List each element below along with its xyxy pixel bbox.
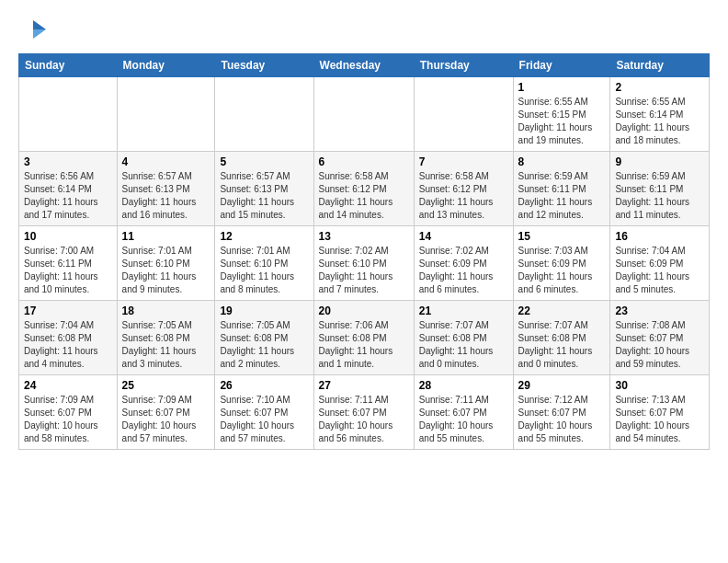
svg-marker-1 [33, 29, 46, 39]
day-info: Sunrise: 7:08 AM Sunset: 6:07 PM Dayligh… [615, 319, 704, 371]
weekday-monday: Monday [117, 54, 215, 77]
day-number: 28 [419, 379, 508, 392]
weekday-tuesday: Tuesday [215, 54, 313, 77]
day-number: 1 [518, 81, 606, 94]
calendar-cell: 11Sunrise: 7:01 AM Sunset: 6:10 PM Dayli… [117, 226, 215, 301]
day-info: Sunrise: 6:57 AM Sunset: 6:13 PM Dayligh… [220, 170, 308, 222]
day-number: 13 [319, 230, 409, 243]
day-info: Sunrise: 7:00 AM Sunset: 6:11 PM Dayligh… [24, 245, 112, 296]
calendar-cell: 23Sunrise: 7:08 AM Sunset: 6:07 PM Dayli… [610, 301, 710, 375]
day-info: Sunrise: 7:11 AM Sunset: 6:07 PM Dayligh… [319, 394, 409, 445]
day-number: 5 [220, 155, 308, 168]
day-info: Sunrise: 7:07 AM Sunset: 6:08 PM Dayligh… [518, 319, 606, 371]
day-number: 26 [220, 379, 308, 392]
day-info: Sunrise: 7:10 AM Sunset: 6:07 PM Dayligh… [220, 394, 308, 445]
calendar-cell: 2Sunrise: 6:55 AM Sunset: 6:14 PM Daylig… [610, 77, 710, 152]
calendar-cell: 13Sunrise: 7:02 AM Sunset: 6:10 PM Dayli… [313, 226, 414, 301]
logo [18, 17, 48, 44]
day-info: Sunrise: 7:04 AM Sunset: 6:08 PM Dayligh… [24, 319, 112, 371]
calendar-cell: 29Sunrise: 7:12 AM Sunset: 6:07 PM Dayli… [513, 375, 610, 450]
day-number: 22 [518, 304, 606, 317]
day-number: 11 [122, 230, 210, 243]
day-info: Sunrise: 7:11 AM Sunset: 6:07 PM Dayligh… [419, 394, 508, 445]
day-info: Sunrise: 7:04 AM Sunset: 6:09 PM Dayligh… [615, 245, 704, 296]
calendar-cell: 18Sunrise: 7:05 AM Sunset: 6:08 PM Dayli… [117, 301, 215, 375]
logo-icon [20, 17, 48, 44]
day-number: 2 [615, 81, 704, 94]
calendar-cell: 20Sunrise: 7:06 AM Sunset: 6:08 PM Dayli… [313, 301, 414, 375]
day-info: Sunrise: 7:01 AM Sunset: 6:10 PM Dayligh… [220, 245, 308, 296]
day-number: 30 [615, 379, 704, 392]
day-number: 10 [24, 230, 112, 243]
day-info: Sunrise: 6:59 AM Sunset: 6:11 PM Dayligh… [615, 170, 704, 222]
day-number: 27 [319, 379, 409, 392]
day-info: Sunrise: 7:09 AM Sunset: 6:07 PM Dayligh… [24, 394, 112, 445]
page: SundayMondayTuesdayWednesdayThursdayFrid… [0, 0, 728, 459]
day-number: 6 [319, 155, 409, 168]
day-info: Sunrise: 7:13 AM Sunset: 6:07 PM Dayligh… [615, 394, 704, 445]
day-number: 16 [615, 230, 704, 243]
day-info: Sunrise: 6:59 AM Sunset: 6:11 PM Dayligh… [518, 170, 606, 222]
day-number: 21 [419, 304, 508, 317]
day-number: 25 [122, 379, 210, 392]
calendar-cell [414, 77, 513, 152]
day-info: Sunrise: 6:58 AM Sunset: 6:12 PM Dayligh… [419, 170, 508, 222]
calendar-cell: 9Sunrise: 6:59 AM Sunset: 6:11 PM Daylig… [610, 152, 710, 226]
day-info: Sunrise: 6:57 AM Sunset: 6:13 PM Dayligh… [122, 170, 210, 222]
calendar-cell: 24Sunrise: 7:09 AM Sunset: 6:07 PM Dayli… [19, 375, 118, 450]
day-info: Sunrise: 7:05 AM Sunset: 6:08 PM Dayligh… [220, 319, 308, 371]
weekday-saturday: Saturday [610, 54, 710, 77]
calendar-cell: 26Sunrise: 7:10 AM Sunset: 6:07 PM Dayli… [215, 375, 313, 450]
header [18, 17, 710, 44]
day-number: 4 [122, 155, 210, 168]
day-number: 3 [24, 155, 112, 168]
svg-marker-0 [33, 20, 46, 29]
day-number: 20 [319, 304, 409, 317]
day-number: 23 [615, 304, 704, 317]
calendar-cell: 21Sunrise: 7:07 AM Sunset: 6:08 PM Dayli… [414, 301, 513, 375]
calendar-cell: 25Sunrise: 7:09 AM Sunset: 6:07 PM Dayli… [117, 375, 215, 450]
weekday-friday: Friday [513, 54, 610, 77]
calendar-cell [19, 77, 118, 152]
calendar-cell: 28Sunrise: 7:11 AM Sunset: 6:07 PM Dayli… [414, 375, 513, 450]
week-row-2: 10Sunrise: 7:00 AM Sunset: 6:11 PM Dayli… [19, 226, 710, 301]
day-info: Sunrise: 7:12 AM Sunset: 6:07 PM Dayligh… [518, 394, 606, 445]
day-info: Sunrise: 7:02 AM Sunset: 6:10 PM Dayligh… [319, 245, 409, 296]
day-number: 19 [220, 304, 308, 317]
calendar-body: 1Sunrise: 6:55 AM Sunset: 6:15 PM Daylig… [19, 77, 710, 450]
calendar-cell [215, 77, 313, 152]
day-info: Sunrise: 7:05 AM Sunset: 6:08 PM Dayligh… [122, 319, 210, 371]
calendar-cell: 7Sunrise: 6:58 AM Sunset: 6:12 PM Daylig… [414, 152, 513, 226]
calendar-cell [313, 77, 414, 152]
calendar-cell: 22Sunrise: 7:07 AM Sunset: 6:08 PM Dayli… [513, 301, 610, 375]
day-number: 24 [24, 379, 112, 392]
calendar-cell: 4Sunrise: 6:57 AM Sunset: 6:13 PM Daylig… [117, 152, 215, 226]
calendar-cell: 27Sunrise: 7:11 AM Sunset: 6:07 PM Dayli… [313, 375, 414, 450]
calendar-cell: 19Sunrise: 7:05 AM Sunset: 6:08 PM Dayli… [215, 301, 313, 375]
day-number: 8 [518, 155, 606, 168]
calendar-cell: 14Sunrise: 7:02 AM Sunset: 6:09 PM Dayli… [414, 226, 513, 301]
day-info: Sunrise: 7:09 AM Sunset: 6:07 PM Dayligh… [122, 394, 210, 445]
week-row-0: 1Sunrise: 6:55 AM Sunset: 6:15 PM Daylig… [19, 77, 710, 152]
week-row-1: 3Sunrise: 6:56 AM Sunset: 6:14 PM Daylig… [19, 152, 710, 226]
calendar-cell: 3Sunrise: 6:56 AM Sunset: 6:14 PM Daylig… [19, 152, 118, 226]
day-info: Sunrise: 7:01 AM Sunset: 6:10 PM Dayligh… [122, 245, 210, 296]
day-info: Sunrise: 6:58 AM Sunset: 6:12 PM Dayligh… [319, 170, 409, 222]
calendar-cell: 30Sunrise: 7:13 AM Sunset: 6:07 PM Dayli… [610, 375, 710, 450]
day-info: Sunrise: 6:55 AM Sunset: 6:15 PM Dayligh… [518, 96, 606, 147]
day-number: 18 [122, 304, 210, 317]
weekday-thursday: Thursday [414, 54, 513, 77]
calendar-cell: 8Sunrise: 6:59 AM Sunset: 6:11 PM Daylig… [513, 152, 610, 226]
calendar-cell: 17Sunrise: 7:04 AM Sunset: 6:08 PM Dayli… [19, 301, 118, 375]
day-info: Sunrise: 6:56 AM Sunset: 6:14 PM Dayligh… [24, 170, 112, 222]
day-info: Sunrise: 7:02 AM Sunset: 6:09 PM Dayligh… [419, 245, 508, 296]
day-number: 12 [220, 230, 308, 243]
day-number: 14 [419, 230, 508, 243]
calendar-cell: 15Sunrise: 7:03 AM Sunset: 6:09 PM Dayli… [513, 226, 610, 301]
weekday-header-row: SundayMondayTuesdayWednesdayThursdayFrid… [19, 54, 710, 77]
calendar-cell [117, 77, 215, 152]
week-row-4: 24Sunrise: 7:09 AM Sunset: 6:07 PM Dayli… [19, 375, 710, 450]
calendar-cell: 6Sunrise: 6:58 AM Sunset: 6:12 PM Daylig… [313, 152, 414, 226]
day-info: Sunrise: 6:55 AM Sunset: 6:14 PM Dayligh… [615, 96, 704, 147]
weekday-wednesday: Wednesday [313, 54, 414, 77]
